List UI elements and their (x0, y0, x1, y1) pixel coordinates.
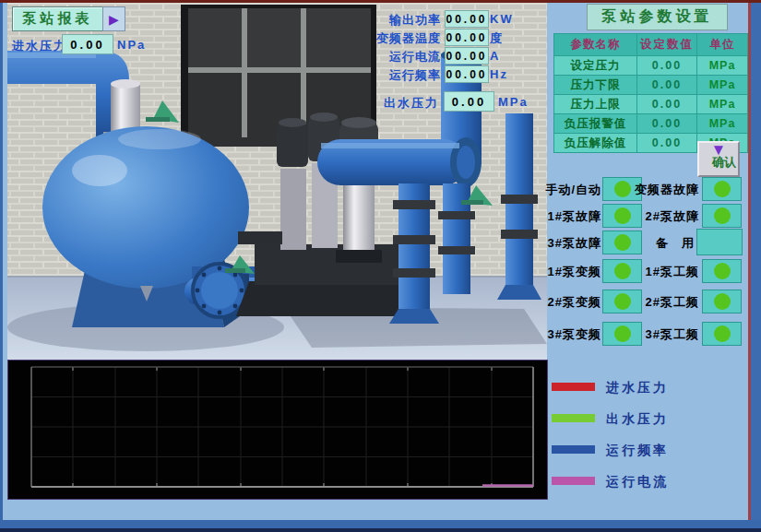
outlet-pressure-value: 0.00 (444, 91, 494, 112)
setpoint-field[interactable]: 0.00 (637, 56, 697, 76)
legend-swatch-inlet-pressure (552, 383, 595, 391)
lamp-on-indicator (614, 234, 631, 251)
inlet-pressure-label: 进水压力 (12, 38, 67, 54)
confirm-button[interactable]: ▼ 确认 (697, 141, 740, 177)
status-label-pump3-mains: 3#泵工频 (646, 326, 699, 343)
legend-label-run-current: 运行电流 (606, 474, 669, 491)
output-power-value: 00.00 (445, 10, 489, 28)
frame-left (0, 3, 3, 532)
status-lamp-pump3-fault (602, 231, 642, 254)
status-lamp-pump3-vfd (602, 322, 642, 346)
status-lamp-pump1-vfd (602, 259, 642, 283)
inlet-pressure-value: 0.00 (62, 34, 113, 54)
inverter-temp-label: 变频器温度 (373, 30, 441, 47)
status-lamp-pump1-fault (602, 204, 642, 228)
col-param-name: 参数名称 (554, 34, 637, 56)
confirm-button-label: 确认 (699, 156, 738, 169)
run-current-value: 00.00 (445, 47, 489, 65)
lamp-on-indicator (714, 263, 731, 279)
lamp-on-indicator (714, 207, 731, 224)
status-lamp-vfd-fault (702, 177, 742, 201)
lamp-on-indicator (614, 181, 631, 197)
run-frequency-value: 00.00 (445, 65, 489, 83)
table-row: 压力下限 0.00 MPa (554, 76, 748, 95)
output-power-unit: KW (490, 12, 514, 26)
lamp-on-indicator (614, 325, 631, 342)
lamp-on-indicator (614, 293, 631, 310)
status-label-pump2-mains: 2#泵工频 (646, 294, 699, 311)
table-row: 设定压力 0.00 MPa (554, 56, 748, 76)
setpoint-field[interactable]: 0.00 (637, 114, 697, 134)
status-label-pump3-vfd: 3#泵变频 (548, 326, 601, 343)
status-lamp-pump2-vfd (602, 290, 642, 313)
trend-chart (7, 360, 548, 500)
frame-right (751, 3, 761, 528)
status-lamp-pump2-fault (702, 204, 742, 228)
status-label-pump3-fault: 3#泵故障 (548, 235, 601, 252)
legend-swatch-run-frequency (552, 445, 595, 454)
frame-top (0, 0, 761, 3)
play-triangle-icon: ▶ (109, 12, 119, 27)
inverter-temp-unit: 度 (490, 30, 504, 47)
run-current-unit: A (490, 49, 500, 63)
run-current-label: 运行电流 (373, 49, 441, 65)
status-label-spare: 备 用 (656, 235, 695, 252)
status-lamp-pump1-mains (702, 259, 742, 283)
setpoint-field[interactable]: 0.00 (637, 134, 697, 153)
status-lamp-spare (696, 229, 743, 255)
legend-label-run-frequency: 运行频率 (606, 443, 669, 459)
status-label-pump2-fault: 2#泵故障 (646, 208, 699, 225)
status-label-manual-auto: 手动/自动 (545, 182, 601, 198)
lamp-on-indicator (714, 325, 731, 342)
inlet-pressure-unit: NPa (117, 38, 146, 52)
status-label-vfd-fault: 变频器故障 (635, 182, 699, 198)
status-label-pump1-fault: 1#泵故障 (548, 208, 601, 225)
outlet-pressure-label: 出水压力 (367, 95, 439, 112)
legend-swatch-outlet-pressure (552, 414, 595, 422)
col-unit: 单位 (697, 34, 748, 56)
table-row: 负压报警值 0.00 MPa (554, 114, 748, 134)
hmi-pump-station-screen: 泵站报表 ▶ 进水压力 0.00 NPa 输出功率 00.00 KW 变频器温度… (0, 0, 761, 532)
setpoint-field[interactable]: 0.00 (637, 76, 697, 95)
legend-swatch-run-current (552, 477, 595, 485)
output-power-label: 输出功率 (373, 12, 441, 29)
frame-bottom-edge (0, 528, 761, 532)
setpoint-field[interactable]: 0.00 (637, 95, 697, 114)
run-frequency-unit: Hz (490, 67, 508, 81)
lamp-on-indicator (614, 207, 631, 224)
lamp-on-indicator (714, 181, 731, 197)
lamp-on-indicator (714, 293, 731, 310)
parameter-settings-title: 泵站参数设置 (587, 4, 728, 30)
status-lamp-pump2-mains (702, 290, 742, 313)
report-button[interactable]: 泵站报表 (12, 6, 103, 31)
run-frequency-label: 运行频率 (373, 67, 441, 84)
report-play-button[interactable]: ▶ (102, 6, 125, 31)
status-lamp-pump3-mains (702, 322, 742, 346)
outlet-pressure-unit: MPa (498, 95, 529, 109)
legend-label-outlet-pressure: 出水压力 (606, 411, 669, 428)
status-label-pump1-vfd: 1#泵变频 (548, 264, 601, 280)
legend-label-inlet-pressure: 进水压力 (606, 380, 669, 396)
parameter-table: 参数名称 设定数值 单位 设定压力 0.00 MPa 压力下限 0.00 MPa… (553, 33, 748, 153)
trend-chart-plot (8, 361, 547, 499)
frame-bottom (0, 520, 761, 528)
status-label-pump2-vfd: 2#泵变频 (548, 294, 601, 311)
lamp-on-indicator (614, 263, 631, 279)
status-label-pump1-mains: 1#泵工频 (646, 264, 699, 280)
col-set-value: 设定数值 (637, 34, 697, 56)
discharge-manifold (317, 137, 482, 187)
table-row: 压力上限 0.00 MPa (554, 95, 748, 114)
inverter-temp-value: 00.00 (445, 29, 489, 46)
